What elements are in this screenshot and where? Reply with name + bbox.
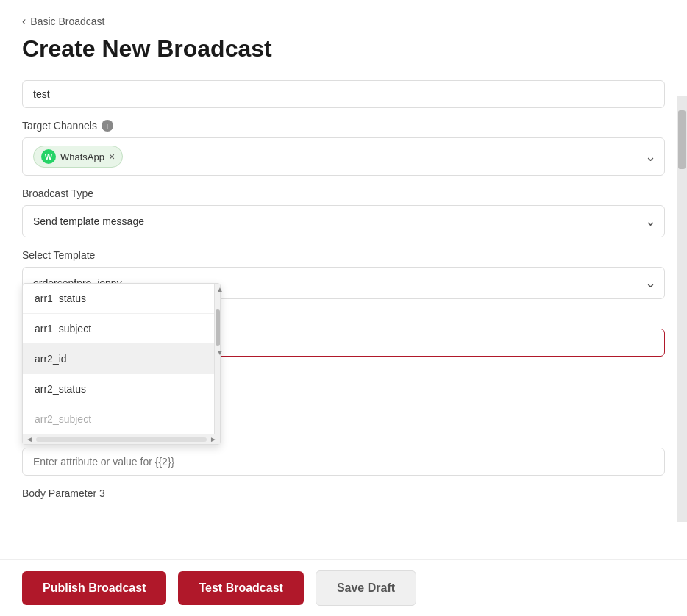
body-param3-label: Body Parameter 3 (22, 487, 665, 499)
remove-whatsapp-tag-button[interactable]: × (109, 151, 115, 162)
dropdown-item-arr2-subject[interactable]: arr2_subject (23, 404, 214, 434)
target-channels-select-wrapper: W WhatsApp × ⌄ (22, 137, 665, 176)
dropdown-scrollbar-thumb[interactable] (216, 309, 220, 346)
target-channels-select[interactable]: W WhatsApp × ⌄ (22, 137, 665, 176)
target-channels-chevron-icon: ⌄ (645, 148, 656, 165)
page-scrollbar-thumb[interactable] (678, 110, 686, 169)
dropdown-scroll-down-button[interactable]: ▼ (215, 347, 220, 358)
dropdown-scroll-left-button[interactable]: ◄ (26, 435, 33, 443)
broadcast-type-section: Broadcast Type Send template message ⌄ (22, 187, 665, 237)
main-content: ‹ Basic Broadcast Create New Broadcast T… (0, 0, 687, 616)
info-icon[interactable]: i (102, 120, 113, 132)
whatsapp-label: WhatsApp (60, 151, 104, 162)
page-title: Create New Broadcast (22, 35, 665, 62)
target-channels-label: Target Channels i (22, 120, 665, 132)
broadcast-name-section (22, 80, 665, 108)
publish-broadcast-button[interactable]: Publish Broadcast (22, 571, 166, 605)
broadcast-type-label: Broadcast Type (22, 187, 665, 199)
dropdown-horizontal-track (36, 437, 207, 442)
dropdown-item-arr2-status[interactable]: arr2_status (23, 374, 214, 404)
dropdown-item-arr1-status[interactable]: arr1_status (23, 284, 214, 314)
attribute-dropdown[interactable]: arr1_status arr1_subject arr2_id arr2_st… (22, 283, 221, 445)
target-channels-section: Target Channels i W WhatsApp × ⌄ (22, 120, 665, 176)
broadcast-name-input[interactable] (22, 80, 665, 108)
body-param3-section: Body Parameter 3 (22, 487, 665, 499)
broadcast-type-chevron-icon: ⌄ (645, 213, 656, 229)
broadcast-type-value: Send template message (33, 215, 144, 227)
dropdown-scroll-right-button[interactable]: ► (210, 435, 217, 443)
breadcrumb-arrow-icon: ‹ (22, 15, 26, 28)
bottom-actions-bar: Publish Broadcast Test Broadcast Save Dr… (0, 559, 687, 616)
select-template-chevron-icon: ⌄ (645, 275, 656, 291)
dropdown-horizontal-scrollbar[interactable]: ◄ ► (23, 434, 220, 444)
body-param2-input[interactable] (22, 448, 665, 476)
broadcast-type-select-wrapper: Send template message ⌄ (22, 205, 665, 237)
page-vertical-scrollbar[interactable] (677, 96, 687, 522)
breadcrumb-link[interactable]: Basic Broadcast (30, 15, 104, 27)
dropdown-list: arr1_status arr1_subject arr2_id arr2_st… (23, 284, 214, 434)
dropdown-scroll-up-button[interactable]: ▲ (215, 284, 220, 295)
whatsapp-channel-tag: W WhatsApp × (33, 146, 123, 168)
breadcrumb: ‹ Basic Broadcast (22, 15, 665, 28)
test-broadcast-button[interactable]: Test Broadcast (178, 571, 303, 605)
save-draft-button[interactable]: Save Draft (316, 570, 416, 606)
whatsapp-icon: W (41, 149, 56, 164)
broadcast-type-select[interactable]: Send template message ⌄ (22, 205, 665, 237)
page-container: ‹ Basic Broadcast Create New Broadcast T… (0, 0, 687, 616)
dropdown-vertical-scrollbar[interactable]: ▲ ▼ (214, 284, 220, 434)
dropdown-item-arr1-subject[interactable]: arr1_subject (23, 314, 214, 344)
select-template-label: Select Template (22, 249, 665, 261)
dropdown-item-arr2-id[interactable]: arr2_id (23, 344, 214, 374)
